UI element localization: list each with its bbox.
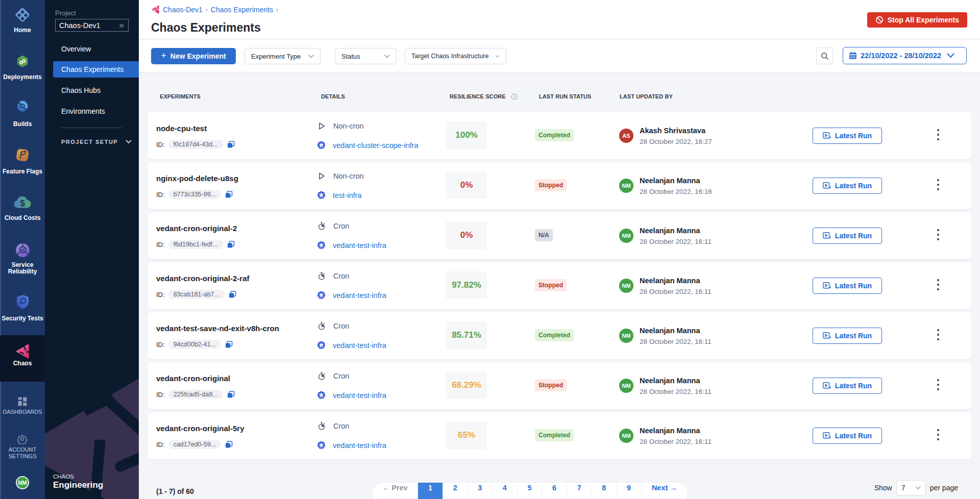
svg-text:$: $ [20,198,25,208]
